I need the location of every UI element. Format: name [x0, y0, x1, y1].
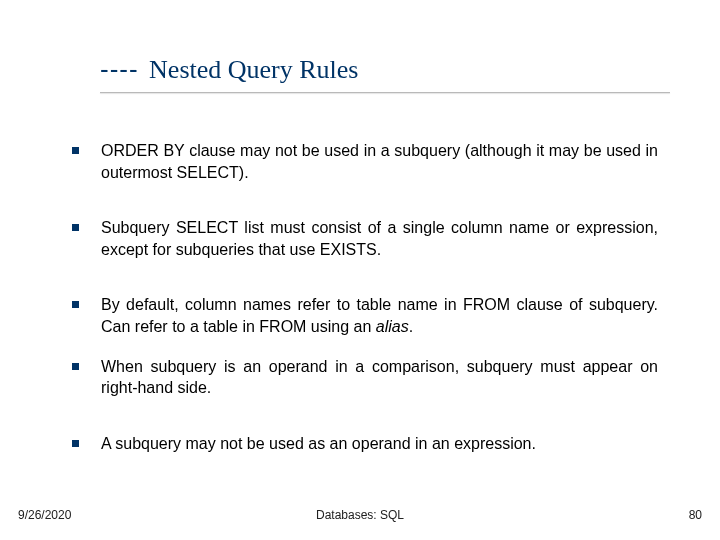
square-bullet-icon [72, 147, 79, 154]
list-item: By default, column names refer to table … [72, 294, 658, 337]
bullet-text: ORDER BY clause may not be used in a sub… [101, 140, 658, 183]
slide-body: ORDER BY clause may not be used in a sub… [72, 140, 658, 472]
bullet-text: By default, column names refer to table … [101, 294, 658, 337]
bullet-text: When subquery is an operand in a compari… [101, 356, 658, 399]
slide-footer: 9/26/2020 Databases: SQL 80 [0, 502, 720, 522]
square-bullet-icon [72, 301, 79, 308]
bullet-text: Subquery SELECT list must consist of a s… [101, 217, 658, 260]
slide: ---- Nested Query Rules ORDER BY clause … [0, 0, 720, 540]
bullet-text: A subquery may not be used as an operand… [101, 433, 658, 455]
square-bullet-icon [72, 440, 79, 447]
footer-page-number: 80 [689, 508, 702, 522]
title-dashes: ---- [100, 54, 139, 84]
title-underline [100, 92, 670, 93]
slide-title-row: ---- Nested Query Rules [100, 54, 680, 85]
list-item: Subquery SELECT list must consist of a s… [72, 217, 658, 260]
list-item: ORDER BY clause may not be used in a sub… [72, 140, 658, 183]
list-item: A subquery may not be used as an operand… [72, 433, 658, 455]
bullet-text-italic: alias [376, 318, 409, 335]
square-bullet-icon [72, 224, 79, 231]
bullet-text-post: . [409, 318, 413, 335]
slide-title: Nested Query Rules [149, 55, 358, 84]
footer-center: Databases: SQL [0, 508, 720, 522]
square-bullet-icon [72, 363, 79, 370]
list-item: When subquery is an operand in a compari… [72, 356, 658, 399]
